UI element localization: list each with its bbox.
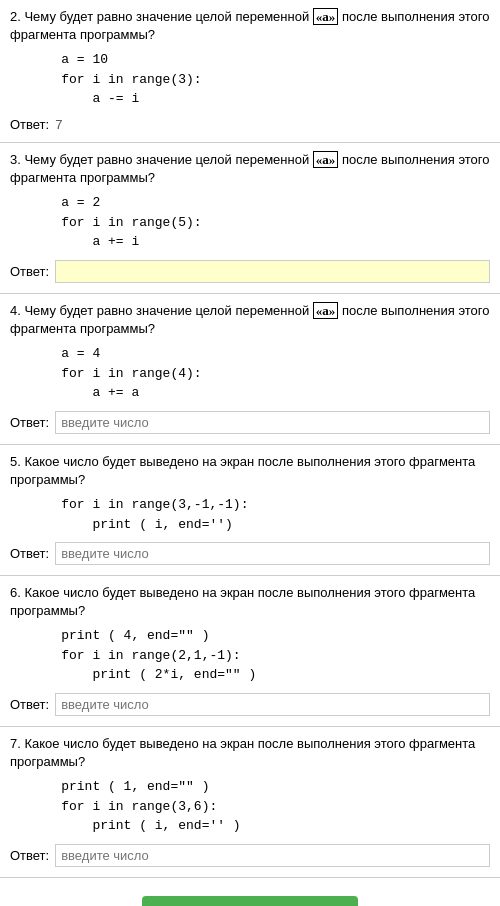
question-block-3: 3. Чему будет равно значение целой перем… xyxy=(0,143,500,294)
question-block-6: 6. Какое число будет выведено на экран п… xyxy=(0,576,500,727)
q3-variable: «a» xyxy=(313,151,339,168)
question-block-7: 7. Какое число будет выведено на экран п… xyxy=(0,727,500,878)
q4-answer-label: Ответ: xyxy=(10,415,49,430)
question-text-3: 3. Чему будет равно значение целой перем… xyxy=(10,151,490,187)
q7-code: print ( 1, end="" ) for i in range(3,6):… xyxy=(30,777,490,836)
q4-code: a = 4 for i in range(4): a += a xyxy=(30,344,490,403)
question-block-5: 5. Какое число будет выведено на экран п… xyxy=(0,445,500,576)
q6-answer-label: Ответ: xyxy=(10,697,49,712)
question-text-4: 4. Чему будет равно значение целой перем… xyxy=(10,302,490,338)
q4-variable: «a» xyxy=(313,302,339,319)
page: 2. Чему будет равно значение целой перем… xyxy=(0,0,500,906)
question-text-6: 6. Какое число будет выведено на экран п… xyxy=(10,584,490,620)
q2-answer-value: 7 xyxy=(55,117,62,132)
question-text-7: 7. Какое число будет выведено на экран п… xyxy=(10,735,490,771)
q3-answer-row: Ответ: xyxy=(10,260,490,283)
q6-code: print ( 4, end="" ) for i in range(2,1,-… xyxy=(30,626,490,685)
submit-section: Проверить ответы xyxy=(0,878,500,906)
q7-answer-label: Ответ: xyxy=(10,848,49,863)
q5-text: 5. Какое число будет выведено на экран п… xyxy=(10,454,475,487)
q3-answer-input[interactable] xyxy=(55,260,490,283)
q5-code: for i in range(3,-1,-1): print ( i, end=… xyxy=(30,495,490,534)
question-block-2: 2. Чему будет равно значение целой перем… xyxy=(0,0,500,143)
q6-answer-row: Ответ: xyxy=(10,693,490,716)
q5-answer-row: Ответ: xyxy=(10,542,490,565)
q5-answer-input[interactable] xyxy=(55,542,490,565)
q7-answer-row: Ответ: xyxy=(10,844,490,867)
q4-text-before: 4. Чему будет равно значение целой перем… xyxy=(10,303,313,318)
q4-answer-input[interactable] xyxy=(55,411,490,434)
q5-answer-label: Ответ: xyxy=(10,546,49,561)
q3-answer-label: Ответ: xyxy=(10,264,49,279)
q3-text-before: 3. Чему будет равно значение целой перем… xyxy=(10,152,313,167)
q2-text-before: 2. Чему будет равно значение целой перем… xyxy=(10,9,313,24)
question-text-5: 5. Какое число будет выведено на экран п… xyxy=(10,453,490,489)
q7-answer-input[interactable] xyxy=(55,844,490,867)
q3-code: a = 2 for i in range(5): a += i xyxy=(30,193,490,252)
submit-button[interactable]: Проверить ответы xyxy=(142,896,358,906)
q2-variable: «a» xyxy=(313,8,339,25)
q2-answer-label: Ответ: xyxy=(10,117,49,132)
q2-answer-row: Ответ: 7 xyxy=(10,117,490,132)
q4-answer-row: Ответ: xyxy=(10,411,490,434)
q7-text: 7. Какое число будет выведено на экран п… xyxy=(10,736,475,769)
question-text-2: 2. Чему будет равно значение целой перем… xyxy=(10,8,490,44)
question-block-4: 4. Чему будет равно значение целой перем… xyxy=(0,294,500,445)
q6-answer-input[interactable] xyxy=(55,693,490,716)
q2-code: a = 10 for i in range(3): a -= i xyxy=(30,50,490,109)
q6-text: 6. Какое число будет выведено на экран п… xyxy=(10,585,475,618)
